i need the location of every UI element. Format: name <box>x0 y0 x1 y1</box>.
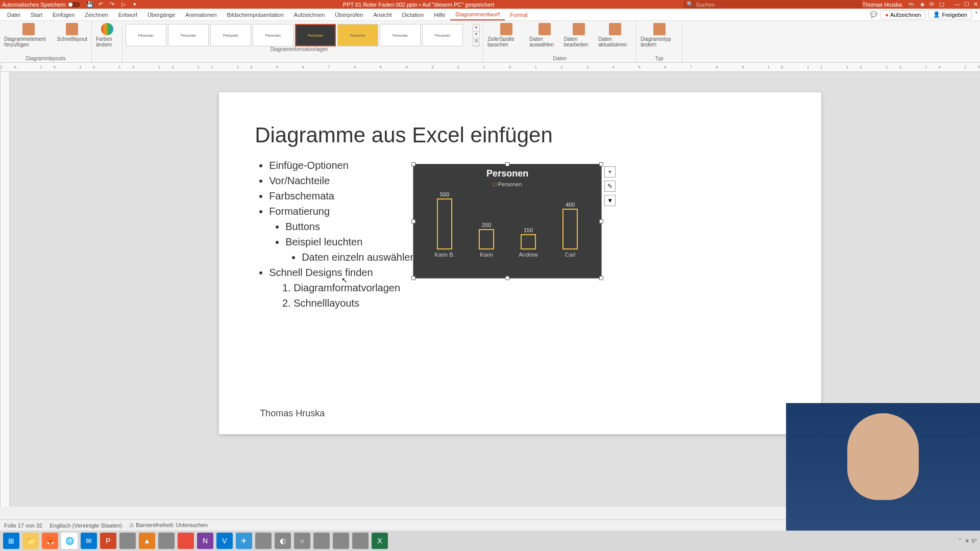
refresh-data-button[interactable]: Daten aktualisieren <box>597 22 633 48</box>
add-chart-element-button[interactable]: Diagrammelement hinzufügen <box>3 22 54 48</box>
minimize-icon[interactable]: — <box>954 1 960 8</box>
chart-elements-button[interactable]: + <box>604 166 616 178</box>
firefox-icon[interactable]: 🦊 <box>42 533 58 549</box>
redo-icon[interactable]: ↷ <box>109 1 116 8</box>
chrome-icon[interactable]: 🌐 <box>61 533 78 549</box>
change-colors-button[interactable]: Farben ändern <box>95 22 119 48</box>
tab-einfuegen[interactable]: Einfügen <box>47 9 80 20</box>
language-status[interactable]: Englisch (Vereinigte Staaten) <box>50 522 122 529</box>
app-icon-9[interactable] <box>313 533 330 549</box>
chart-plot-area[interactable]: 500Karin B.200Karin150Andrew400Carl <box>413 191 601 258</box>
ribbon-content: Diagrammelement hinzufügen Schnelllayout… <box>0 21 980 63</box>
swap-row-col-button[interactable]: Zeile/Spalte tauschen <box>486 22 526 48</box>
tab-datei[interactable]: Datei <box>2 9 26 20</box>
document-title: PPT 01 Roter Faden 002.pptx • Auf "diese… <box>169 2 669 8</box>
collapse-ribbon-icon[interactable]: ˅ <box>975 11 978 18</box>
tab-animationen[interactable]: Animationen <box>180 9 222 20</box>
explorer-icon[interactable]: 📁 <box>22 533 39 549</box>
window-icon[interactable]: ▢ <box>939 1 944 8</box>
chart-style-3[interactable]: Personen <box>210 24 251 46</box>
app-icon-5[interactable]: ✈ <box>236 533 252 549</box>
select-data-button[interactable]: Daten auswählen <box>528 22 561 48</box>
app-icon-7[interactable]: ◐ <box>275 533 291 549</box>
close-icon[interactable]: ✕ <box>973 1 978 8</box>
autosave-label: Automatisches Speichern <box>2 2 66 8</box>
chart-style-2[interactable]: Personen <box>168 24 209 46</box>
autosave-toggle[interactable]: Automatisches Speichern <box>2 2 80 8</box>
app-icon-4[interactable] <box>178 533 194 549</box>
quick-layout-button[interactable]: Schnelllayout <box>56 22 88 48</box>
chart-filters-button[interactable]: ▼ <box>604 195 616 206</box>
diamond-icon[interactable]: ◈ <box>920 1 924 8</box>
search-box[interactable]: 🔍 Suchen <box>683 1 862 8</box>
chart-style-6[interactable]: Personen <box>337 24 378 46</box>
group-label-data: Daten <box>553 56 567 61</box>
app-icon-11[interactable] <box>352 533 369 549</box>
accessibility-status[interactable]: ⚠ Barrierefreiheit: Untersuchen <box>129 522 208 529</box>
tab-praesentation[interactable]: Bildschirmpräsentation <box>222 9 289 20</box>
slideshow-icon[interactable]: ▷ <box>120 1 127 8</box>
tab-hilfe[interactable]: Hilfe <box>429 9 450 20</box>
app-icon-1[interactable] <box>119 533 136 549</box>
chart-style-5-selected[interactable]: Personen <box>295 24 336 46</box>
edit-data-icon <box>573 23 585 35</box>
tab-ueberpruefen[interactable]: Überprüfen <box>330 9 368 20</box>
maximize-icon[interactable]: ☐ <box>964 1 969 8</box>
quick-layout-icon <box>66 23 78 35</box>
vertical-ruler <box>1 72 10 507</box>
embedded-chart[interactable]: Personen Personen 500Karin B.200Karin150… <box>413 164 602 279</box>
record-button[interactable]: ●Aufzeichnen <box>880 10 925 19</box>
app-icon-10[interactable] <box>333 533 349 549</box>
weather-widget[interactable]: ☀ 5° <box>965 538 977 544</box>
horizontal-ruler: 16 15 14 13 12 11 10 9 8 7 6 5 4 3 2 1 0… <box>1 63 980 72</box>
tray-chevron-icon[interactable]: ˄ <box>959 538 962 544</box>
slide-counter[interactable]: Folie 17 von 32 <box>4 522 42 529</box>
powerpoint-icon[interactable]: P <box>100 533 116 549</box>
tab-aufzeichnen[interactable]: Aufzeichnen <box>289 9 330 20</box>
onenote-icon[interactable]: N <box>197 533 213 549</box>
edit-data-button[interactable]: Daten bearbeiten <box>563 22 595 48</box>
tab-format[interactable]: Format <box>505 9 533 20</box>
gallery-scroll[interactable]: ▴▾⊟ <box>473 24 480 46</box>
tab-zeichnen[interactable]: Zeichnen <box>80 9 113 20</box>
app-icon-8[interactable]: ○ <box>294 533 310 549</box>
chart-styles-button[interactable]: ✎ <box>604 181 616 192</box>
chart-style-8[interactable]: Personen <box>422 24 463 46</box>
share-button[interactable]: 👤Freigeben <box>928 10 972 19</box>
slide-title[interactable]: Diagramme aus Excel einfügen <box>255 123 786 147</box>
tab-start[interactable]: Start <box>26 9 47 20</box>
slide[interactable]: Diagramme aus Excel einfügen Einfüge-Opt… <box>219 92 821 434</box>
app-icon-3[interactable] <box>158 533 175 549</box>
chart-style-1[interactable]: Personen <box>126 24 166 46</box>
chart-style-4[interactable]: Personen <box>253 24 293 46</box>
start-button[interactable]: ⊞ <box>3 533 19 549</box>
visio-icon[interactable]: V <box>216 533 233 549</box>
comments-icon[interactable]: 💬 <box>870 11 877 18</box>
user-avatar[interactable]: TH <box>907 1 915 9</box>
slide-footer-author[interactable]: Thomas Hruska <box>260 408 325 419</box>
tab-entwurf[interactable]: Entwurf <box>113 9 142 20</box>
chart-type-icon <box>653 23 666 35</box>
chart-title[interactable]: Personen <box>413 164 601 179</box>
tab-dictation[interactable]: Dictation <box>397 9 429 20</box>
sync-icon[interactable]: ⟳ <box>929 1 934 8</box>
add-element-icon <box>22 23 35 35</box>
chart-legend[interactable]: Personen <box>413 181 601 187</box>
user-name: Thomas Hruska <box>862 2 902 8</box>
outlook-icon[interactable]: ✉ <box>81 533 97 549</box>
tab-uebergaenge[interactable]: Übergänge <box>142 9 180 20</box>
save-icon[interactable]: 💾 <box>86 1 93 8</box>
chart-style-7[interactable]: Personen <box>380 24 421 46</box>
app-icon-2[interactable]: ▲ <box>139 533 155 549</box>
excel-icon[interactable]: X <box>372 533 388 549</box>
slide-body-text[interactable]: Einfüge-Optionen Vor/Nachteile Farbschem… <box>255 158 416 311</box>
change-chart-type-button[interactable]: Diagrammtyp ändern <box>640 22 679 48</box>
group-label-type: Typ <box>655 56 663 61</box>
app-icon-6[interactable] <box>255 533 272 549</box>
tab-ansicht[interactable]: Ansicht <box>368 9 397 20</box>
webcam-overlay <box>786 403 980 531</box>
undo-icon[interactable]: ↶ <box>97 1 105 8</box>
tab-diagrammentwurf[interactable]: Diagrammentwurf <box>450 9 505 20</box>
more-icon[interactable]: ▾ <box>131 1 138 8</box>
search-icon: 🔍 <box>687 1 694 8</box>
